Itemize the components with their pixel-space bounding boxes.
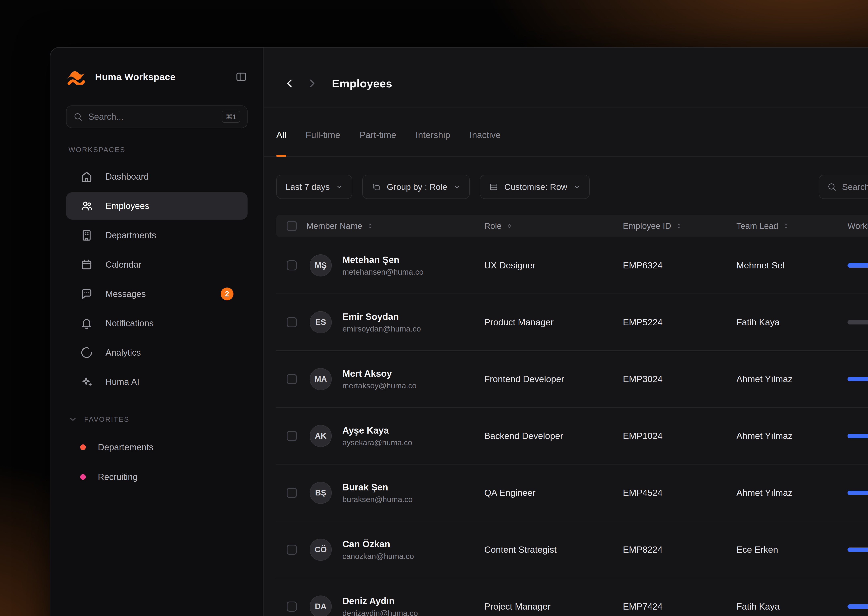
favorites-section-toggle[interactable]: FAVORITES (66, 415, 248, 424)
row-checkbox[interactable] (287, 488, 297, 498)
employee-id-cell: EMP3024 (623, 374, 736, 384)
member-email: mertaksoy@huma.co (342, 381, 417, 390)
sidebar-item-messages[interactable]: Messages 2 (66, 280, 248, 308)
sidebar-item-calendar[interactable]: Calendar (66, 251, 248, 278)
select-all-cell (276, 221, 307, 231)
tab-all[interactable]: All (276, 113, 286, 156)
workload-bar (848, 320, 868, 324)
sidebar-item-employees[interactable]: Employees (66, 192, 248, 220)
table-row[interactable]: CÖ Can Özkan canozkan@huma.co Content St… (276, 522, 868, 578)
group-icon (371, 182, 381, 192)
bell-icon (80, 317, 93, 330)
avatar: CÖ (310, 539, 332, 561)
customise-row-button[interactable]: Customise: Row (480, 175, 590, 199)
team-lead-cell: Fatih Kaya (736, 601, 848, 612)
column-header-team-lead[interactable]: Team Lead (736, 221, 848, 231)
workload-bar (848, 434, 868, 438)
chevron-right-icon (306, 77, 318, 90)
employee-id-cell: EMP6324 (623, 260, 736, 270)
team-lead-cell: Fatih Kaya (736, 317, 848, 327)
group-by-label: Group by : Role (387, 182, 447, 192)
column-header-employee-id[interactable]: Employee ID (623, 221, 736, 231)
member-email: aysekara@huma.co (342, 438, 412, 447)
date-range-label: Last 7 days (286, 182, 330, 192)
tab-full-time[interactable]: Full-time (306, 113, 340, 156)
sidebar-item-departements[interactable]: Departements (66, 434, 248, 461)
back-button[interactable] (284, 77, 296, 90)
sidebar-item-huma-ai[interactable]: Huma AI (66, 368, 248, 396)
filter-toolbar: Last 7 days Group by : Role Customise: R… (264, 175, 868, 199)
select-all-checkbox[interactable] (287, 221, 297, 231)
table-search-input[interactable] (842, 182, 868, 192)
workload-bar (848, 490, 868, 495)
main-content: Employees All Full-time Part-time Inters… (264, 48, 868, 616)
sidebar-item-recruiting[interactable]: Recruiting (66, 464, 248, 490)
row-checkbox[interactable] (287, 260, 297, 270)
sidebar-search-input[interactable] (88, 112, 222, 122)
rows-icon (489, 182, 498, 192)
employee-table: Member Name Role Employee ID Team Lead W… (264, 215, 868, 616)
table-row[interactable]: DA Deniz Aydın denizaydin@huma.co Projec… (276, 578, 868, 616)
tab-intership[interactable]: Intership (415, 113, 450, 156)
sidebar-item-label: Messages (105, 289, 146, 299)
chevron-down-icon (336, 183, 343, 190)
tab-part-time[interactable]: Part-time (360, 113, 396, 156)
avatar: MA (310, 368, 332, 390)
color-dot (80, 474, 86, 480)
column-header-member-name[interactable]: Member Name (307, 221, 484, 231)
search-icon (827, 182, 837, 192)
member-name: Ayşe Kaya (342, 425, 412, 436)
sidebar-item-notifications[interactable]: Notifications (66, 310, 248, 337)
table-row[interactable]: MŞ Metehan Şen metehansen@huma.co UX Des… (276, 237, 868, 294)
role-cell: Product Manager (484, 317, 623, 327)
column-header-workload[interactable]: Workload (848, 221, 868, 231)
forward-button[interactable] (306, 77, 318, 90)
row-checkbox[interactable] (287, 431, 297, 441)
team-lead-cell: Ece Erken (736, 544, 848, 555)
member-name: Deniz Aydın (342, 596, 418, 607)
sidebar-item-label: Departments (105, 230, 156, 240)
sidebar-item-analytics[interactable]: Analytics (66, 339, 248, 366)
avatar: AK (310, 425, 332, 447)
role-cell: QA Engineer (484, 488, 623, 498)
table-row[interactable]: ES Emir Soydan emirsoydan@huma.co Produc… (276, 294, 868, 351)
sort-icon (506, 223, 513, 229)
sidebar-collapse-button[interactable] (235, 71, 248, 83)
row-checkbox[interactable] (287, 545, 297, 555)
group-by-button[interactable]: Group by : Role (362, 175, 470, 199)
huma-logo-icon (66, 69, 87, 85)
member-name: Metehan Şen (342, 255, 423, 265)
sidebar-item-dashboard[interactable]: Dashboard (66, 163, 248, 190)
employee-id-cell: EMP8224 (623, 544, 736, 555)
row-checkbox[interactable] (287, 602, 297, 611)
date-range-filter-button[interactable]: Last 7 days (276, 175, 352, 199)
column-header-role[interactable]: Role (484, 221, 623, 231)
member-email: metehansen@huma.co (342, 268, 423, 277)
member-name: Burak Şen (342, 482, 413, 493)
member-email: buraksen@huma.co (342, 495, 413, 504)
sidebar-item-departments[interactable]: Departments (66, 222, 248, 249)
chevron-down-icon (573, 183, 580, 190)
role-cell: Project Manager (484, 601, 623, 612)
table-row[interactable]: MA Mert Aksoy mertaksoy@huma.co Frontend… (276, 351, 868, 408)
table-row[interactable]: BŞ Burak Şen buraksen@huma.co QA Enginee… (276, 465, 868, 522)
avatar: BŞ (310, 482, 332, 504)
sidebar-menu: Dashboard Employees Departments Calendar… (66, 163, 248, 396)
role-cell: Frontend Developer (484, 374, 623, 384)
team-lead-cell: Mehmet Sel (736, 260, 848, 270)
sidebar-item-label: Notifications (105, 318, 154, 328)
row-checkbox[interactable] (287, 317, 297, 327)
avatar: MŞ (310, 255, 332, 277)
sort-icon (676, 223, 682, 229)
tab-inactive[interactable]: Inactive (470, 113, 501, 156)
table-header-row: Member Name Role Employee ID Team Lead W… (276, 215, 868, 237)
role-cell: Backend Developer (484, 431, 623, 441)
row-checkbox[interactable] (287, 374, 297, 384)
favorites-list: Departements Recruiting (66, 434, 248, 490)
avatar: ES (310, 311, 332, 333)
calendar-icon (80, 258, 93, 271)
chevron-down-icon (453, 183, 461, 190)
home-icon (80, 170, 93, 183)
table-row[interactable]: AK Ayşe Kaya aysekara@huma.co Backend De… (276, 408, 868, 465)
favorites-section-label: FAVORITES (84, 415, 129, 423)
